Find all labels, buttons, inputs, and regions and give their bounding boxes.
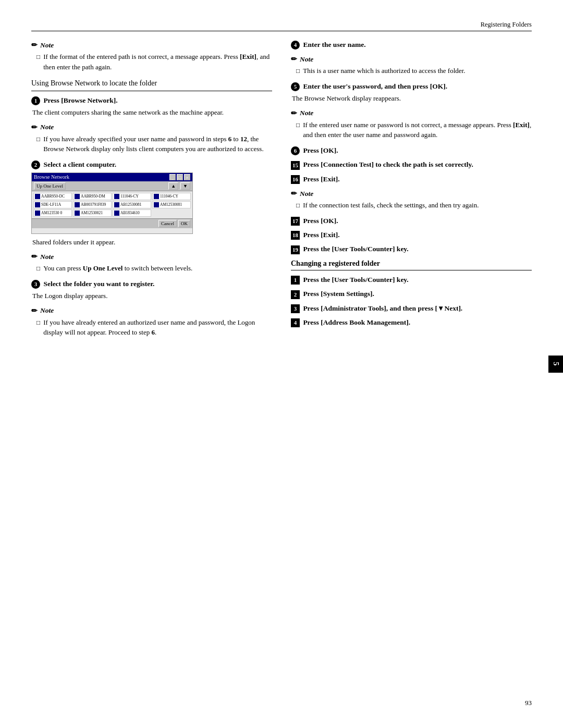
page-number: 93	[525, 699, 532, 707]
step-6: 6 Press [OK].	[291, 146, 532, 155]
step-19: 19 Press the [User Tools/Counter] key.	[291, 245, 532, 254]
changing-step-4-title: 4 Press [Address Book Management].	[291, 318, 532, 327]
screenshot-footer: Cancel OK	[32, 218, 192, 228]
page: Registering Folders ✏ Note □ If the form…	[0, 0, 563, 728]
note-icon-7: ✏	[291, 189, 297, 198]
note-title-6: ✏ Note	[291, 109, 532, 118]
grid-cell: AM12530081	[152, 201, 191, 208]
step-6-title: 6 Press [OK].	[291, 146, 532, 155]
changing-step-num-3: 3	[291, 304, 300, 313]
step-5-title: 5 Enter the user's password, and then pr…	[291, 82, 532, 91]
step-3-body: The Logon display appears.	[32, 291, 272, 301]
note-block-6: ✏ Note □ If the entered user name or pas…	[291, 109, 532, 140]
note-block-1: ✏ Note □ If the format of the entered pa…	[31, 41, 272, 72]
grid-cell: AABR950-DM	[73, 193, 112, 200]
sidebar-tab: 5	[548, 355, 563, 373]
browse-network-screenshot: Browse Network _ □ × Up One Level ▲ ▼	[31, 172, 193, 234]
note-item-4-1: □ If you have already entered an authori…	[36, 317, 272, 338]
note-block-3: ✏ Note □ You can press Up One Level to s…	[31, 252, 272, 274]
changing-heading: Changing a registered folder	[291, 260, 532, 270]
note-item-2-1: □ If you have already specified your use…	[36, 134, 272, 154]
right-column: 4 Enter the user name. ✏ Note □ This is …	[291, 41, 532, 344]
ok-btn: OK	[178, 220, 190, 227]
step-15: 15 Press [Connection Test] to check the …	[291, 161, 532, 169]
grid-cell: AB003791F839	[73, 201, 112, 208]
screenshot-grid: AABR950-DC AABR950-DM 111046-CY 111046-C…	[32, 191, 192, 218]
step-3: 3 Select the folder you want to register…	[31, 280, 272, 301]
screenshot-titlebar: Browse Network _ □ ×	[32, 173, 192, 181]
note-title-3: ✏ Note	[31, 252, 272, 261]
up-one-level-btn: Up One Level	[34, 182, 66, 190]
step-num-16: 16	[291, 175, 300, 184]
note-block-4: ✏ Note □ If you have already entered an …	[31, 306, 272, 338]
step-2: 2 Select a client computer. Browse Netwo…	[31, 161, 272, 248]
grid-cell: 111046-CY	[113, 193, 151, 200]
checkbox-sym-2: □	[36, 134, 40, 154]
step-2-title: 2 Select a client computer.	[31, 161, 272, 169]
step-17-title: 17 Press [OK].	[291, 217, 532, 226]
step-3-title: 3 Select the folder you want to register…	[31, 280, 272, 289]
changing-step-3: 3 Press [Administrator Tools], and then …	[291, 304, 532, 313]
note-title-5: ✏ Note	[291, 55, 532, 64]
step-4-title: 4 Enter the user name.	[291, 41, 532, 50]
note-block-2: ✏ Note □ If you have already specified y…	[31, 123, 272, 154]
note-content-4: □ If you have already entered an authori…	[31, 317, 272, 338]
step-16-title: 16 Press [Exit].	[291, 175, 532, 184]
step-1: 1 Press [Browse Network]. The client com…	[31, 96, 272, 118]
note-block-7: ✏ Note □ If the connection test fails, c…	[291, 189, 532, 211]
note-title-4: ✏ Note	[31, 306, 272, 315]
note-icon-4: ✏	[31, 306, 38, 315]
changing-step-num-4: 4	[291, 318, 300, 327]
main-content: ✏ Note □ If the format of the entered pa…	[31, 41, 532, 344]
scroll-dn-btn: ▼	[180, 182, 190, 190]
note-content-3: □ You can press Up One Level to switch b…	[31, 263, 272, 274]
minimize-btn: _	[169, 174, 176, 180]
step-18-title: 18 Press [Exit].	[291, 231, 532, 240]
step-1-body: The client computers sharing the same ne…	[32, 107, 272, 118]
changing-step-1: 1 Press the [User Tools/Counter] key.	[291, 276, 532, 285]
step-num-4: 4	[291, 41, 300, 50]
grid-cell: AB12530081	[113, 201, 151, 208]
header-title: Registering Folders	[481, 21, 532, 29]
note-title-1: ✏ Note	[31, 41, 272, 50]
step-5: 5 Enter the user's password, and then pr…	[291, 82, 532, 104]
step-16: 16 Press [Exit].	[291, 175, 532, 184]
note-item-3-1: □ You can press Up One Level to switch b…	[36, 263, 272, 274]
grid-cell: AB1834610	[113, 209, 151, 217]
note-icon-1: ✏	[31, 41, 38, 50]
note-title-7: ✏ Note	[291, 189, 532, 198]
note-icon-2: ✏	[31, 123, 38, 132]
step-4: 4 Enter the user name.	[291, 41, 532, 50]
cancel-btn: Cancel	[158, 220, 177, 227]
changing-step-num-2: 2	[291, 290, 300, 299]
step-2-caption: Shared folders under it appear.	[32, 237, 272, 248]
changing-step-3-title: 3 Press [Administrator Tools], and then …	[291, 304, 532, 313]
header-bar: Registering Folders	[31, 21, 532, 31]
step-17: 17 Press [OK].	[291, 217, 532, 226]
note-content-2: □ If you have already specified your use…	[31, 134, 272, 154]
step-num-3: 3	[31, 280, 40, 289]
note-content-5: □ This is a user name which is authorize…	[291, 66, 532, 76]
step-15-title: 15 Press [Connection Test] to check the …	[291, 161, 532, 169]
note-item-1-1: □ If the format of the entered path is n…	[36, 52, 272, 72]
note-content-7: □ If the connection test fails, check th…	[291, 200, 532, 211]
step-1-title: 1 Press [Browse Network].	[31, 96, 272, 105]
changing-step-num-1: 1	[291, 276, 300, 285]
step-5-body: The Browse Network display reappears.	[292, 93, 532, 104]
grid-cell: AM12530021	[73, 209, 112, 217]
left-column: ✏ Note □ If the format of the entered pa…	[31, 41, 272, 344]
note-icon-6: ✏	[291, 109, 297, 118]
note-content-1: □ If the format of the entered path is n…	[31, 52, 272, 72]
note-content-6: □ If the entered user name or password i…	[291, 120, 532, 140]
changing-step-4: 4 Press [Address Book Management].	[291, 318, 532, 327]
note-icon-5: ✏	[291, 55, 297, 64]
step-19-title: 19 Press the [User Tools/Counter] key.	[291, 245, 532, 254]
scroll-up-btn: ▲	[168, 182, 178, 190]
step-num-6: 6	[291, 146, 300, 155]
grid-cell: 111046-CY	[152, 193, 191, 200]
changing-step-2-title: 2 Press [System Settings].	[291, 290, 532, 299]
grid-cell: AABR950-DC	[33, 193, 72, 200]
checkbox-sym: □	[36, 52, 40, 72]
note-icon-3: ✏	[31, 252, 38, 261]
note-title-2: ✏ Note	[31, 123, 272, 132]
